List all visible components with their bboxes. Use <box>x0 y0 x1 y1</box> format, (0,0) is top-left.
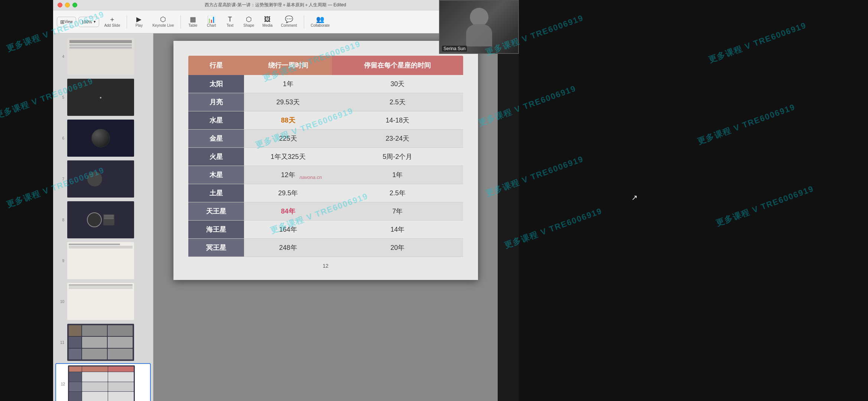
slide-thumb-7 <box>67 160 134 198</box>
text-icon: T <box>228 16 232 23</box>
orbit-4: 1年又325天 <box>244 148 332 166</box>
play-button[interactable]: ▶ Play <box>131 14 147 29</box>
slide-item-7[interactable]: 7 <box>55 159 151 199</box>
orbit-3: 225天 <box>244 130 332 148</box>
planet-name-0: 太阳 <box>188 75 244 93</box>
collaborate-label: Collaborate <box>311 23 330 27</box>
zoom-control[interactable]: 100% ▾ <box>78 17 99 27</box>
slide-thumb-9 <box>67 242 134 279</box>
collaborate-button[interactable]: 👥 Collaborate <box>308 14 333 29</box>
table-button[interactable]: ▦ Table <box>185 14 201 29</box>
stay-7: 7年 <box>332 202 463 221</box>
traffic-lights <box>58 3 77 7</box>
play-label: Play <box>136 23 143 27</box>
comment-button[interactable]: 💬 Comment <box>278 14 300 29</box>
text-label: Text <box>227 23 233 27</box>
window-title: 西方占星高阶课-第一讲：运势预测学理＋基本原则＋人生周期 — Edited <box>205 2 346 8</box>
view-zoom-group[interactable]: ⊞ View <box>57 17 76 27</box>
stay-8: 14年 <box>332 221 463 239</box>
media-label: Media <box>263 23 273 27</box>
planet-name-3: 金星 <box>188 130 244 148</box>
main-area: 4 5 ● 6 <box>53 33 498 401</box>
stay-9: 20年 <box>332 239 463 257</box>
table-row: 金星 225天 23-24天 <box>188 130 463 148</box>
slide-item-8[interactable]: 8 <box>55 200 151 240</box>
right-panel: ↗ <box>519 0 868 401</box>
maximize-button[interactable] <box>72 3 77 7</box>
slide-thumb-11 <box>67 324 134 361</box>
collaborate-icon: 👥 <box>316 16 324 23</box>
stay-5: 1年 <box>332 166 463 184</box>
presenter-video <box>440 1 518 53</box>
table-row: 太阳 1年 30天 <box>188 75 463 93</box>
canvas-area[interactable]: 行星 绕行一周时间 停留在每个星座的时间 太阳 1年 30天 <box>153 33 498 401</box>
table-row: 火星 1年又325天 5周-2个月 <box>188 148 463 166</box>
keynote-window: 西方占星高阶课-第一讲：运势预测学理＋基本原则＋人生周期 — Edited ⊞ … <box>53 0 498 401</box>
slide-number-4: 4 <box>58 55 64 59</box>
slide-item-5[interactable]: 5 ● <box>55 77 151 117</box>
toolbar-separator-3 <box>304 15 304 29</box>
slide-number-9: 9 <box>58 259 64 263</box>
slide-item-10[interactable]: 10 <box>55 281 151 322</box>
chart-button[interactable]: 📊 Chart <box>203 14 220 29</box>
slide-number-11: 11 <box>58 340 64 345</box>
text-button[interactable]: T Text <box>222 14 238 29</box>
table-icon: ▦ <box>190 16 196 23</box>
planet-name-7: 天王星 <box>188 202 244 221</box>
page-number: 12 <box>323 263 329 269</box>
add-slide-button[interactable]: ＋ Add Slide <box>101 14 123 29</box>
comment-label: Comment <box>281 23 297 27</box>
zoom-chevron-icon: ▾ <box>94 19 96 24</box>
toolbar-separator-1 <box>127 15 127 29</box>
orbit-0: 1年 <box>244 75 332 93</box>
left-black-bar <box>0 0 53 401</box>
slide-item-9[interactable]: 9 <box>55 241 151 281</box>
slide-thumb-5: ● <box>67 79 134 116</box>
shape-button[interactable]: ⬡ Shape <box>240 14 257 29</box>
stay-4: 5周-2个月 <box>332 148 463 166</box>
add-slide-icon: ＋ <box>109 16 116 23</box>
minimize-button[interactable] <box>65 3 70 7</box>
toolbar-separator-2 <box>181 15 181 29</box>
planet-name-4: 火星 <box>188 148 244 166</box>
keynote-live-button[interactable]: ⬡ Keynote Live <box>149 14 177 29</box>
view-button[interactable]: ⊞ View <box>57 17 76 27</box>
table-row: 天王星 84年 7年 <box>188 202 463 221</box>
slide-item-11[interactable]: 11 <box>55 322 151 362</box>
play-icon: ▶ <box>136 16 142 23</box>
slide-panel[interactable]: 4 5 ● 6 <box>53 33 153 401</box>
toolbar: ⊞ View 100% ▾ ＋ Add Slide ▶ Play ⬡ Keyno… <box>53 10 498 33</box>
keynote-live-icon: ⬡ <box>160 16 166 23</box>
keynote-live-label: Keynote Live <box>152 23 174 27</box>
slide-thumb-4 <box>67 38 134 75</box>
planet-table: 行星 绕行一周时间 停留在每个星座的时间 太阳 1年 30天 <box>188 56 463 257</box>
orbit-9: 248年 <box>244 239 332 257</box>
title-bar: 西方占星高阶课-第一讲：运势预测学理＋基本原则＋人生周期 — Edited <box>53 0 498 10</box>
media-button[interactable]: 🖼 Media <box>259 14 276 29</box>
shape-icon: ⬡ <box>246 16 252 23</box>
orbit-1: 29.53天 <box>244 93 332 111</box>
table-label: Table <box>188 23 197 27</box>
stay-0: 30天 <box>332 75 463 93</box>
stay-3: 23-24天 <box>332 130 463 148</box>
view-label: View <box>65 20 73 24</box>
shape-label: Shape <box>243 23 254 27</box>
slide-thumb-6 <box>67 120 134 157</box>
cursor-icon: ↗ <box>631 193 638 202</box>
add-slide-label: Add Slide <box>104 23 120 27</box>
slide-item-12[interactable]: 12 <box>55 363 151 401</box>
stay-6: 2.5年 <box>332 184 463 202</box>
slide-number-8: 8 <box>58 218 64 222</box>
slide-item-4[interactable]: 4 <box>55 36 151 76</box>
media-icon: 🖼 <box>264 16 271 23</box>
stay-1: 2.5天 <box>332 93 463 111</box>
slide-thumb-10 <box>67 283 134 320</box>
table-row: 木星 12年 1年 <box>188 166 463 184</box>
table-row: 冥王星 248年 20年 <box>188 239 463 257</box>
header-orbit: 绕行一周时间 <box>244 56 332 75</box>
close-button[interactable] <box>58 3 62 7</box>
slide-number-6: 6 <box>58 136 64 140</box>
zoom-value: 100% <box>82 20 92 24</box>
comment-icon: 💬 <box>285 16 293 23</box>
slide-item-6[interactable]: 6 <box>55 118 151 158</box>
